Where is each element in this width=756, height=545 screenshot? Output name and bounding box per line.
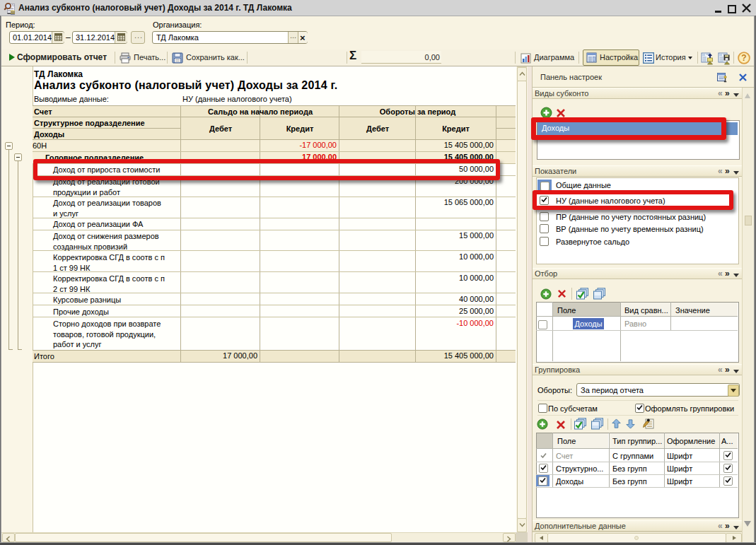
svg-text:?: ?: [741, 53, 746, 63]
